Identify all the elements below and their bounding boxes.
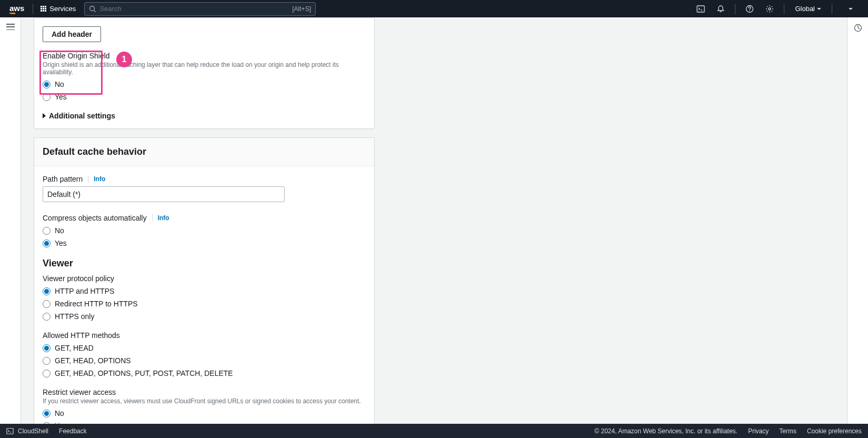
svg-point-4 [769, 8, 771, 10]
region-selector[interactable]: Global [790, 5, 826, 13]
top-navigation: aws Services [Alt+S] Global [0, 0, 868, 17]
search-input[interactable] [96, 5, 292, 13]
svg-point-0 [90, 6, 95, 11]
divider [735, 4, 735, 14]
svg-rect-2 [697, 6, 704, 12]
caret-down-icon [849, 8, 853, 10]
search-shortcut: [Alt+S] [292, 5, 311, 13]
search-icon [89, 5, 96, 13]
cloudshell-icon[interactable] [692, 0, 710, 17]
svg-line-1 [94, 10, 96, 12]
divider [33, 4, 33, 14]
divider [832, 4, 832, 14]
services-label: Services [49, 5, 76, 13]
caret-down-icon [817, 8, 821, 10]
grid-icon [41, 6, 46, 12]
region-label: Global [795, 5, 815, 13]
settings-icon[interactable] [761, 0, 779, 17]
aws-logo-text: aws [9, 4, 24, 13]
account-menu[interactable] [837, 0, 864, 17]
notifications-icon[interactable] [712, 0, 730, 17]
search-container[interactable]: [Alt+S] [84, 2, 316, 16]
services-menu-button[interactable]: Services [36, 3, 80, 15]
aws-logo[interactable]: aws [4, 4, 29, 14]
divider [784, 4, 784, 14]
help-icon[interactable] [741, 0, 759, 17]
